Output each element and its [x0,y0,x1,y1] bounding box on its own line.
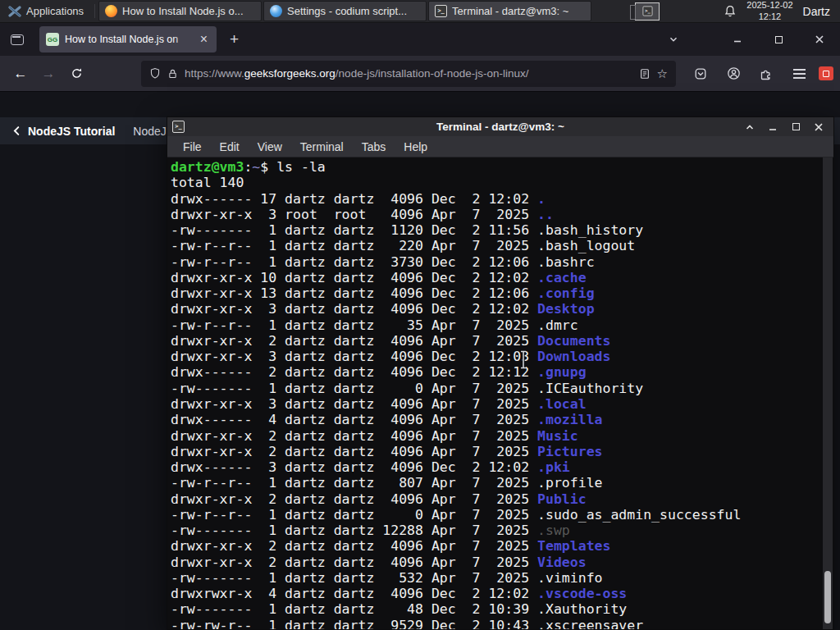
site-nav-primary[interactable]: NodeJS Tutorial [11,125,115,138]
listing-filename: Templates [537,538,610,554]
terminal-window-controls [743,121,829,134]
firefox-view-icon [11,34,24,45]
url-domain: geeksforgeeks.org [244,67,336,80]
shade-button[interactable] [743,121,756,134]
terminal-listing-row: -rw-r--r-- 1 dartz dartz 3730 Dec 2 12:0… [171,254,820,270]
terminal-close-button[interactable] [812,121,825,134]
terminal-listing-row: drwx------ 17 dartz dartz 4096 Dec 2 12:… [171,191,820,207]
taskbar-label: Terminal - dartz@vm3: ~ [452,5,568,17]
geeksforgeeks-favicon: GG [46,33,59,46]
notification-bell-icon[interactable] [724,5,737,18]
pocket-button[interactable] [687,62,714,86]
terminal-menu-item[interactable]: View [249,140,291,153]
listing-filename: .swp [537,523,570,538]
listing-filename: .xscreensaver [537,618,643,629]
hamburger-icon [793,73,806,75]
terminal-menu-item[interactable]: Tabs [353,140,395,153]
panel-clock[interactable]: 2025-12-02 12:12 [746,0,792,21]
desktop: Applications How to Install Node.js o...… [0,0,840,630]
listing-meta: drwxr-xr-x 2 dartz dartz 4096 Apr 7 2025 [171,491,537,507]
prompt-dollar: $ [260,159,276,175]
menu-button[interactable] [786,62,812,86]
terminal-listing-row: -rw-r--r-- 1 dartz dartz 0 Apr 7 2025 .s… [171,507,820,523]
window-maximize-button[interactable] [768,29,789,50]
terminal-listing-row: drwxr-xr-x 3 root root 4096 Apr 7 2025 .… [171,207,820,222]
lock-icon[interactable] [167,68,178,80]
red-extension-icon[interactable] [819,66,833,80]
back-button[interactable]: ← [7,62,34,86]
terminal-menu-item[interactable]: Edit [211,140,249,153]
terminal-menu-item[interactable]: Help [395,140,436,153]
terminal-output[interactable]: dartz@vm3:~$ ls -la total 140 drwx------… [167,158,833,629]
close-icon [815,34,824,44]
listing-filename: Music [537,428,578,444]
listing-meta: drwx------ 4 dartz dartz 4096 Apr 7 2025 [171,412,537,427]
taskbar-button-settings[interactable]: Settings - codium script... [263,1,427,21]
bookmark-star-icon[interactable]: ☆ [657,66,668,81]
terminal-title: Terminal - dartz@vm3: ~ [167,121,833,133]
listing-meta: drwxr-xr-x 13 dartz dartz 4096 Dec 2 12:… [171,285,537,301]
new-tab-button[interactable]: + [221,30,247,48]
puzzle-icon [760,67,773,80]
maximize-icon [792,123,800,130]
terminal-minimize-button[interactable] [766,121,779,134]
taskbar-button-terminal[interactable]: >_ Terminal - dartz@vm3: ~ [428,1,591,21]
applications-menu-button[interactable]: Applications [0,0,92,22]
terminal-listing: drwx------ 17 dartz dartz 4096 Dec 2 12:… [171,191,820,629]
close-icon [814,122,824,132]
maximize-icon [775,36,783,43]
toolbar-extensions-area [687,62,833,86]
terminal-listing-row: -rw-r--r-- 1 dartz dartz 220 Apr 7 2025 … [171,238,820,253]
workspace-cell[interactable]: >_ [635,2,660,21]
site-nav-primary-label: NodeJS Tutorial [28,125,115,138]
terminal-titlebar[interactable]: >_ Terminal - dartz@vm3: ~ [167,117,833,136]
listing-filename: . [537,191,546,207]
listing-meta: drwxr-xr-x 10 dartz dartz 4096 Dec 2 12:… [171,270,537,285]
firefox-view-button[interactable] [5,28,30,51]
listing-meta: -rw------- 1 dartz dartz 0 Apr 7 2025 [171,381,537,396]
prompt-colon: : [244,159,252,175]
url-bar[interactable]: https://www.geeksforgeeks.org/node-js/in… [141,61,676,87]
prompt-cwd: ~ [252,159,260,175]
firefox-icon [105,5,117,17]
terminal-scrollbar-thumb[interactable] [824,571,831,623]
extensions-button[interactable] [753,62,779,86]
tab-close-button[interactable]: × [198,32,210,47]
panel-separator [94,4,95,18]
prompt-command: ls -la [276,159,326,175]
terminal-scrollbar[interactable] [823,158,833,629]
listing-filename: .vscode-oss [537,586,627,601]
reload-button[interactable] [62,62,90,86]
forward-button[interactable]: → [34,62,62,86]
terminal-menu-item[interactable]: File [174,140,211,153]
terminal-icon: >_ [435,5,447,17]
listing-filename: .cache [537,270,587,285]
url-text[interactable]: https://www.geeksforgeeks.org/node-js/in… [185,67,632,80]
terminal-maximize-button[interactable] [789,121,802,134]
tracking-shield-icon[interactable] [149,67,161,80]
window-close-button[interactable] [809,29,830,50]
listing-meta: drwx------ 3 dartz dartz 4096 Dec 2 12:0… [171,459,537,475]
terminal-listing-row: -rw------- 1 dartz dartz 1120 Dec 2 11:5… [171,222,820,238]
active-tab[interactable]: GG How to Install Node.js on × [39,26,217,52]
list-all-tabs-button[interactable] [663,29,684,50]
terminal-menu-item[interactable]: Terminal [291,140,353,153]
listing-filename: .gnupg [537,364,587,380]
listing-meta: -rw-r--r-- 1 dartz dartz 35 Apr 7 2025 [171,317,537,333]
taskbar-button-firefox[interactable]: How to Install Node.js o... [98,1,262,21]
reader-mode-icon[interactable] [639,68,651,80]
workspace-switcher[interactable]: >_ [635,0,660,22]
listing-filename: .bash_history [537,222,643,238]
clock-date: 2025-12-02 [746,0,792,11]
panel-username[interactable]: Dartz [803,5,833,18]
settings-app-icon [270,5,282,17]
account-button[interactable] [720,62,746,86]
terminal-listing-row: drwx------ 3 dartz dartz 4096 Dec 2 12:0… [171,459,820,475]
url-path: /node-js/installation-of-node-js-on-linu… [336,67,529,80]
window-minimize-button[interactable] [727,29,748,50]
listing-meta: drwxr-xr-x 3 root root 4096 Apr 7 2025 [171,207,537,222]
listing-filename: Downloads [537,349,610,364]
applications-icon [8,5,21,18]
listing-meta: drwxrwxr-x 4 dartz dartz 4096 Dec 2 12:0… [171,586,537,601]
listing-meta: drwx------ 2 dartz dartz 4096 Dec 2 12:1… [171,364,537,380]
